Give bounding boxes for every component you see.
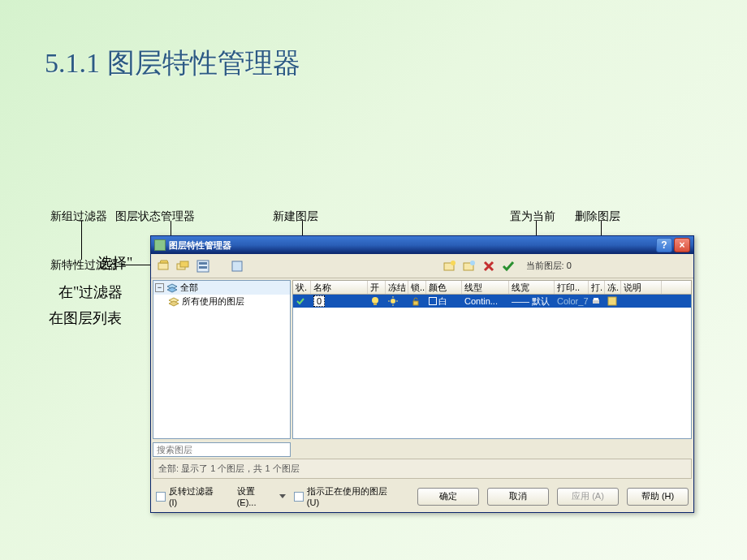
svg-point-9 bbox=[451, 261, 456, 265]
new-layer-vp-frozen-button[interactable] bbox=[461, 258, 477, 274]
slide-title: 5.1.1 图层特性管理器 bbox=[45, 45, 300, 82]
app-icon bbox=[154, 239, 166, 251]
svg-marker-15 bbox=[169, 301, 179, 306]
col-lineweight[interactable]: 线宽 bbox=[509, 281, 555, 294]
tree-child-label: 所有使用的图层 bbox=[182, 295, 244, 308]
settings-button[interactable]: 设置 (E)... bbox=[237, 485, 286, 507]
help-titlebar-button[interactable]: ? bbox=[656, 238, 672, 252]
svg-point-18 bbox=[391, 299, 395, 304]
help-button[interactable]: 帮助 (H) bbox=[627, 488, 689, 506]
svg-rect-6 bbox=[199, 266, 207, 269]
linetype-cell[interactable]: Contin... bbox=[462, 296, 509, 306]
ok-button[interactable]: 确定 bbox=[417, 488, 479, 506]
layers-icon bbox=[166, 283, 178, 293]
col-plotstyle[interactable]: 打印.. bbox=[555, 281, 589, 294]
layer-row[interactable]: 0 白 Contin... —— 默认 Color_7 bbox=[293, 295, 691, 308]
tree-child[interactable]: 所有使用的图层 bbox=[153, 295, 290, 308]
anno-new-group-filter: 新组过滤器 bbox=[50, 209, 107, 224]
layers-used-icon bbox=[168, 297, 179, 307]
delete-layer-button[interactable] bbox=[481, 258, 497, 274]
side-text-select: 选择" bbox=[97, 253, 132, 273]
dropdown-arrow-icon bbox=[279, 494, 286, 498]
lineweight-cell[interactable]: —— 默认 bbox=[509, 295, 555, 308]
layer-list-header[interactable]: 状. 名称 开 冻结 锁.. 颜色 线型 线宽 打印.. 打. 冻. 说明 bbox=[292, 280, 692, 295]
status-bar: 全部: 显示了 1 个图层，共 1 个图层 bbox=[153, 459, 692, 479]
unlock-icon[interactable] bbox=[411, 296, 421, 306]
checkbox-icon bbox=[156, 492, 166, 502]
svg-rect-3 bbox=[180, 261, 188, 267]
col-on[interactable]: 开 bbox=[368, 281, 386, 294]
col-freeze2[interactable]: 冻. bbox=[605, 281, 621, 294]
toolbar: 当前图层: 0 bbox=[151, 254, 693, 278]
col-linetype[interactable]: 线型 bbox=[462, 281, 509, 294]
svg-rect-25 bbox=[594, 298, 598, 300]
svg-rect-5 bbox=[199, 262, 207, 265]
layer-list-panel: 状. 名称 开 冻结 锁.. 颜色 线型 线宽 打印.. 打. 冻. 说明 0 bbox=[292, 280, 692, 439]
titlebar[interactable]: 图层特性管理器 ? × bbox=[151, 236, 693, 254]
col-status[interactable]: 状. bbox=[293, 281, 311, 294]
side-text-layerlist: 在图层列表 bbox=[49, 308, 122, 328]
col-freeze[interactable]: 冻结 bbox=[386, 281, 408, 294]
anno-set-current: 置为当前 bbox=[510, 209, 555, 224]
svg-marker-1 bbox=[160, 261, 168, 263]
current-layer-label: 当前图层: 0 bbox=[526, 260, 572, 272]
color-swatch[interactable] bbox=[429, 297, 437, 305]
svg-point-16 bbox=[372, 297, 378, 304]
new-group-filter-button[interactable] bbox=[175, 258, 192, 274]
indicate-in-use-checkbox[interactable]: 指示正在使用的图层 (U) bbox=[294, 485, 401, 507]
new-property-filter-button[interactable] bbox=[156, 258, 172, 274]
layer-properties-dialog: 图层特性管理器 ? × 当前图层: 0 bbox=[150, 235, 694, 513]
col-name[interactable]: 名称 bbox=[311, 281, 368, 294]
svg-rect-7 bbox=[232, 261, 242, 271]
check-icon bbox=[296, 296, 305, 306]
bulb-on-icon[interactable] bbox=[370, 296, 380, 306]
tree-root[interactable]: − 全部 bbox=[153, 281, 290, 295]
side-text-filter: 在"过滤器 bbox=[58, 282, 123, 302]
layer-list-body[interactable]: 0 白 Contin... —— 默认 Color_7 bbox=[292, 295, 692, 439]
color-name: 白 bbox=[438, 295, 447, 308]
plotstyle-cell[interactable]: Color_7 bbox=[555, 296, 589, 306]
checkbox-icon bbox=[294, 492, 304, 502]
filter-tree[interactable]: − 全部 所有使用的图层 bbox=[153, 280, 291, 439]
col-print[interactable]: 打. bbox=[589, 281, 605, 294]
collapse-icon[interactable]: − bbox=[155, 283, 164, 292]
col-color[interactable]: 颜色 bbox=[426, 281, 462, 294]
invert-filter-checkbox[interactable]: 反转过滤器 (I) bbox=[156, 485, 224, 507]
anno-new-layer: 新建图层 bbox=[273, 209, 318, 224]
vp-freeze-icon[interactable] bbox=[607, 296, 617, 306]
svg-rect-17 bbox=[374, 303, 377, 305]
printer-icon[interactable] bbox=[591, 296, 601, 306]
search-input[interactable] bbox=[153, 442, 291, 457]
window-title: 图层特性管理器 bbox=[169, 239, 654, 252]
set-current-button[interactable] bbox=[500, 258, 516, 274]
cancel-button[interactable]: 取消 bbox=[487, 488, 549, 506]
layer-name[interactable]: 0 bbox=[313, 295, 325, 307]
anno-layer-state-mgr: 图层状态管理器 bbox=[115, 209, 195, 224]
sun-icon[interactable] bbox=[388, 296, 398, 306]
layer-states-manager-button[interactable] bbox=[195, 258, 211, 274]
anno-delete-layer: 删除图层 bbox=[575, 209, 620, 224]
svg-rect-23 bbox=[413, 301, 418, 305]
close-button[interactable]: × bbox=[674, 238, 690, 252]
svg-marker-13 bbox=[167, 287, 177, 292]
col-description[interactable]: 说明 bbox=[621, 281, 662, 294]
apply-button[interactable]: 应用 (A) bbox=[557, 488, 619, 506]
col-lock[interactable]: 锁.. bbox=[408, 281, 426, 294]
svg-rect-0 bbox=[158, 263, 168, 269]
callout-line bbox=[81, 221, 82, 260]
new-layer-button[interactable] bbox=[442, 258, 458, 274]
bottom-bar: 反转过滤器 (I) 设置 (E)... 指示正在使用的图层 (U) 确定 取消 … bbox=[151, 480, 693, 512]
refresh-button[interactable] bbox=[229, 258, 245, 274]
svg-point-11 bbox=[470, 261, 475, 265]
tree-root-label: 全部 bbox=[180, 282, 198, 294]
svg-rect-26 bbox=[608, 297, 616, 305]
